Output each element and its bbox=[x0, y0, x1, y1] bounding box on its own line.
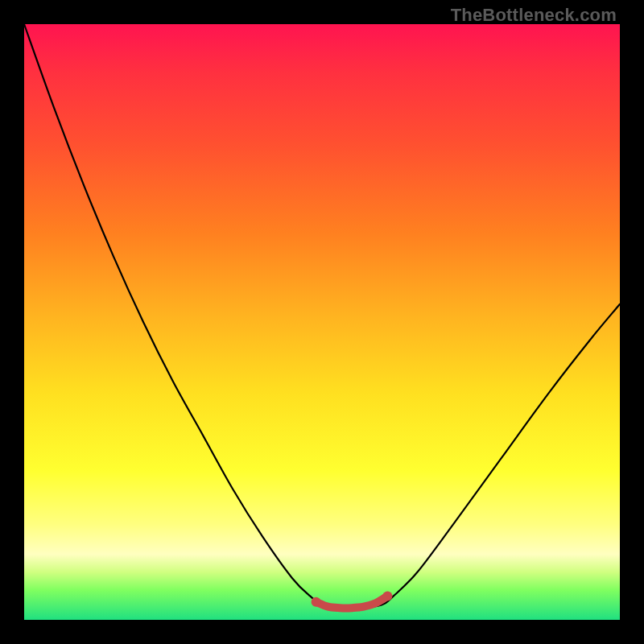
marker-band bbox=[316, 596, 388, 608]
plot-area bbox=[24, 24, 620, 620]
marker-dot bbox=[382, 591, 392, 601]
curve-line bbox=[24, 24, 620, 609]
chart-svg bbox=[24, 24, 620, 620]
watermark-text: TheBottleneck.com bbox=[451, 5, 617, 26]
chart-container: TheBottleneck.com bbox=[0, 0, 644, 644]
marker-dot bbox=[312, 597, 321, 607]
